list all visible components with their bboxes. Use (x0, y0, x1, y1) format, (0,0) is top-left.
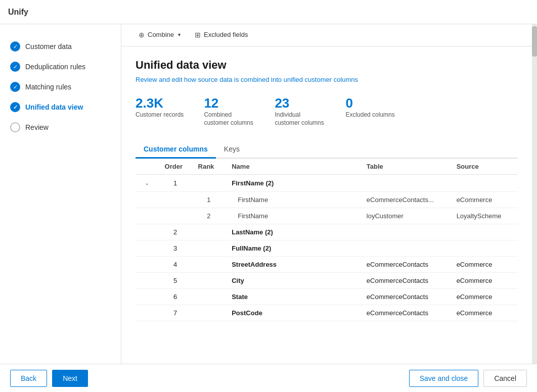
rank-cell (192, 289, 226, 305)
collapse-button[interactable]: ⌄ (143, 179, 151, 187)
step-icon (10, 102, 20, 112)
child-source-cell: eCommerce (451, 192, 518, 208)
child-order-cell (159, 208, 192, 224)
page-subtitle: Review and edit how source data is combi… (136, 76, 518, 83)
footer: Back Next Save and close Cancel (0, 364, 537, 392)
tab-bar: Customer columnsKeys (136, 141, 518, 159)
sidebar-item-unified-data-view[interactable]: Unified data view (0, 97, 121, 117)
subnav-item-excluded-fields[interactable]: ⊞Excluded fields (188, 24, 255, 46)
stats-row: 2.3KCustomer records12Combined customer … (136, 95, 518, 127)
sidebar-item-label: Unified data view (25, 103, 83, 111)
stat-label: Excluded columns (345, 111, 394, 119)
rank-cell (192, 240, 226, 257)
sidebar: Customer dataDeduplication rulesMatching… (0, 24, 121, 364)
source-cell (451, 175, 518, 192)
order-cell: 2 (159, 224, 192, 240)
stat-customer-records: 2.3KCustomer records (136, 95, 184, 127)
table-row-single: 4StreetAddresseCommerceContactseCommerce (136, 257, 518, 273)
stat-value: 23 (275, 95, 289, 111)
back-button[interactable]: Back (10, 370, 47, 387)
expand-cell (136, 273, 159, 289)
child-rank-cell: 1 (192, 192, 226, 208)
tab-keys[interactable]: Keys (216, 141, 248, 159)
sidebar-item-deduplication-rules[interactable]: Deduplication rules (0, 57, 121, 77)
sidebar-item-customer-data[interactable]: Customer data (0, 36, 121, 57)
child-expand-cell (136, 192, 159, 208)
page-content: Unified data view Review and edit how so… (121, 46, 532, 364)
next-button[interactable]: Next (52, 370, 88, 387)
child-order-cell (159, 192, 192, 208)
stat-value: 12 (204, 95, 218, 111)
sidebar-item-label: Customer data (25, 42, 72, 51)
stat-individual-customer-columns: 23Individual customer columns (275, 95, 325, 127)
subnav-item-combine[interactable]: ⊕Combine▾ (131, 24, 188, 46)
source-cell: eCommerce (451, 273, 518, 289)
expand-cell (136, 257, 159, 273)
child-name-cell: FirstName (226, 208, 361, 224)
table-row-single: 5CityeCommerceContactseCommerce (136, 273, 518, 289)
main-layout: Customer dataDeduplication rulesMatching… (0, 24, 537, 364)
stat-label: Customer records (136, 111, 184, 119)
child-expand-cell (136, 208, 159, 224)
stat-value: 0 (345, 95, 352, 111)
expand-cell[interactable] (136, 224, 159, 240)
name-cell: PostCode (226, 305, 361, 321)
step-icon (10, 62, 20, 72)
rank-cell (192, 175, 226, 192)
order-cell: 3 (159, 240, 192, 257)
step-icon (10, 82, 20, 92)
name-cell: LastName (2) (226, 224, 361, 240)
order-cell: 7 (159, 305, 192, 321)
rank-cell (192, 224, 226, 240)
table-row-child: 2FirstNameloyCustomerLoyaltyScheme (136, 208, 518, 224)
stat-label: Individual customer columns (275, 111, 325, 127)
table-row-single: 7PostCodeeCommerceContactseCommerce (136, 305, 518, 321)
order-cell: 1 (159, 175, 192, 192)
col-header-order: Order (159, 159, 192, 175)
cancel-button[interactable]: Cancel (483, 370, 527, 387)
table-cell: eCommerceContacts (361, 305, 451, 321)
sidebar-item-review[interactable]: Review (0, 117, 121, 137)
order-cell: 5 (159, 273, 192, 289)
expand-cell[interactable]: ⌄ (136, 175, 159, 192)
stat-label: Combined customer columns (204, 111, 254, 127)
sidebar-item-label: Review (25, 123, 49, 131)
source-cell: eCommerce (451, 257, 518, 273)
app-title: Unify (8, 8, 28, 17)
source-cell: eCommerce (451, 305, 518, 321)
child-table-cell: loyCustomer (361, 208, 451, 224)
name-cell: City (226, 273, 361, 289)
table-cell: eCommerceContacts (361, 273, 451, 289)
expand-cell (136, 289, 159, 305)
page-title: Unified data view (136, 59, 518, 72)
table-row-single: 6StateeCommerceContactseCommerce (136, 289, 518, 305)
name-cell: FullName (2) (226, 240, 361, 257)
sidebar-item-label: Deduplication rules (25, 63, 85, 71)
table-header-row: Order Rank Name Table Source (136, 159, 518, 175)
expand-cell (136, 305, 159, 321)
rank-cell (192, 257, 226, 273)
child-rank-cell: 2 (192, 208, 226, 224)
subnav-item-label: Combine (148, 31, 174, 38)
table-row-parent: 3FullName (2) (136, 240, 518, 257)
excluded-fields-icon: ⊞ (195, 31, 201, 39)
save-close-button[interactable]: Save and close (409, 370, 479, 387)
col-header-table: Table (361, 159, 451, 175)
step-icon (10, 122, 20, 132)
table-cell (361, 240, 451, 257)
tab-customer-columns[interactable]: Customer columns (136, 141, 216, 159)
table-cell (361, 175, 451, 192)
scrollbar-thumb[interactable] (532, 26, 537, 57)
table-row-parent: 2LastName (2) (136, 224, 518, 240)
sidebar-item-label: Matching rules (25, 83, 71, 91)
table-body: ⌄1FirstName (2)1FirstNameeCommerceContac… (136, 175, 518, 321)
rank-cell (192, 273, 226, 289)
rank-cell (192, 305, 226, 321)
table-wrapper[interactable]: Order Rank Name Table Source ⌄1FirstName… (136, 159, 518, 321)
col-header-name: Name (226, 159, 361, 175)
expand-cell[interactable] (136, 240, 159, 257)
order-cell: 6 (159, 289, 192, 305)
scrollbar-track[interactable] (532, 24, 537, 364)
sidebar-item-matching-rules[interactable]: Matching rules (0, 77, 121, 97)
stat-value: 2.3K (136, 95, 163, 111)
